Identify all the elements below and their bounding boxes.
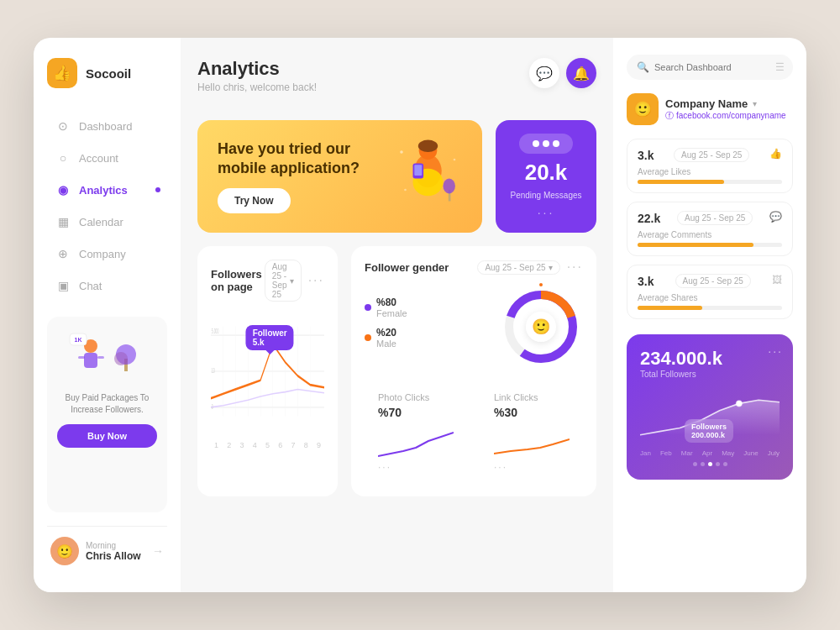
metric-shares-header: 3.k Aug 25 - Sep 25 🖼 xyxy=(638,274,782,288)
shares-date[interactable]: Aug 25 - Sep 25 xyxy=(675,274,751,288)
comments-date[interactable]: Aug 25 - Sep 25 xyxy=(677,211,753,225)
likes-label: Average Likes xyxy=(638,167,782,176)
link-more[interactable]: ··· xyxy=(494,461,570,473)
banner-illustration xyxy=(386,137,462,216)
dot-3[interactable] xyxy=(708,462,712,466)
donut-container: %80 Female %20 Male xyxy=(365,285,583,369)
gender-date-range[interactable]: Aug 25 - Sep 25 ▾ xyxy=(477,260,559,275)
chart-tooltip: Follower 5.k xyxy=(246,325,294,350)
male-dot xyxy=(365,334,371,341)
user-greeting: Morning xyxy=(86,541,145,550)
search-input[interactable] xyxy=(654,62,770,72)
svg-rect-14 xyxy=(414,165,422,176)
dot-1[interactable] xyxy=(693,462,697,466)
promo-banner: Have you tried our mobile application? T… xyxy=(197,120,482,233)
gender-chart-card: Follower gender Aug 25 - Sep 25 ▾ ··· xyxy=(351,246,596,496)
dot-4[interactable] xyxy=(716,462,720,466)
chat-dot-1 xyxy=(533,140,539,147)
main-header: Analytics Hello chris, welcome back! xyxy=(197,58,317,93)
dot-5[interactable] xyxy=(723,462,727,466)
sidebar-item-dashboard[interactable]: ⊙ Dashboard xyxy=(47,112,167,140)
chart-title: Followers on page xyxy=(211,268,265,293)
sidebar-item-calendar[interactable]: ▦ Calendar xyxy=(47,207,167,236)
metrics-list: 3.k Aug 25 - Sep 25 👍 Average Likes 22.k… xyxy=(627,139,793,328)
promo-text: Buy Paid Packages To Increase Followers. xyxy=(57,392,157,416)
photo-clicks-card: Photo Clicks %70 ··· xyxy=(365,382,467,483)
likes-icon: 👍 xyxy=(769,148,782,160)
comments-bar-fill xyxy=(638,243,753,247)
comments-label: Average Comments xyxy=(638,230,782,239)
followers-tooltip: Followers 200.000.k xyxy=(685,419,733,443)
svg-point-17 xyxy=(400,150,403,154)
followers-chart-wrap: Followers 200.000.k xyxy=(640,386,780,457)
pending-messages-card: 20.k Pending Messages ··· xyxy=(496,120,596,233)
chat-icon: ▣ xyxy=(55,278,71,293)
chat-dots xyxy=(519,134,573,154)
banner-row: Have you tried our mobile application? T… xyxy=(197,120,596,233)
followers-more[interactable]: ··· xyxy=(768,344,783,358)
buy-now-button[interactable]: Buy Now xyxy=(57,424,157,448)
promo-card: 1K Buy Paid Packages To Increase Followe… xyxy=(47,317,167,512)
notification-button[interactable]: 🔔 xyxy=(566,58,596,88)
facebook-icon: ⓕ xyxy=(665,110,674,122)
sidebar-item-company[interactable]: ⊕ Company xyxy=(47,239,167,268)
user-name: Chris Allow xyxy=(86,550,145,562)
metric-comments: 22.k Aug 25 - Sep 25 💬 Average Comments xyxy=(627,202,793,256)
sidebar-item-chat[interactable]: ▣ Chat xyxy=(47,271,167,300)
chart-more[interactable]: ··· xyxy=(308,273,324,288)
metric-likes: 3.k Aug 25 - Sep 25 👍 Average Likes xyxy=(627,139,793,193)
comments-value: 22.k xyxy=(638,212,660,225)
pending-label: Pending Messages xyxy=(510,191,581,200)
gender-header: Follower gender Aug 25 - Sep 25 ▾ ··· xyxy=(365,260,583,275)
photo-clicks-chart xyxy=(378,424,454,458)
pending-more: ··· xyxy=(538,206,555,219)
charts-row: Followers on page Aug 25 - Sep 25 ▾ ··· … xyxy=(197,246,596,496)
svg-text:5.000: 5.000 xyxy=(212,327,219,334)
user-info: Morning Chris Allow xyxy=(86,541,145,562)
photo-more[interactable]: ··· xyxy=(378,461,454,473)
chart-header: Followers on page Aug 25 - Sep 25 ▾ ··· xyxy=(211,260,324,302)
likes-date[interactable]: Aug 25 - Sep 25 xyxy=(674,148,749,162)
chat-dot-2 xyxy=(543,140,549,147)
metric-shares: 3.k Aug 25 - Sep 25 🖼 Average Shares xyxy=(627,265,793,319)
message-button[interactable]: 💬 xyxy=(529,58,559,88)
account-icon: ○ xyxy=(55,150,71,165)
chart-date-range[interactable]: Aug 25 - Sep 25 ▾ xyxy=(265,260,302,302)
sidebar-label-analytics: Analytics xyxy=(79,184,128,197)
link-clicks-label: Link Clicks xyxy=(494,392,570,402)
app-name: Socooil xyxy=(86,66,131,81)
promo-illustration: 1K xyxy=(57,327,157,386)
dot-2[interactable] xyxy=(701,462,705,466)
svg-rect-3 xyxy=(97,356,104,359)
svg-text:1K: 1K xyxy=(74,337,81,343)
followers-chart-card: Followers on page Aug 25 - Sep 25 ▾ ··· … xyxy=(197,246,338,496)
photo-clicks-label: Photo Clicks xyxy=(378,392,454,402)
likes-bar-bg xyxy=(638,180,782,184)
comments-bar-bg xyxy=(638,243,782,247)
sidebar-item-analytics[interactable]: ◉ Analytics xyxy=(47,176,167,204)
banner-headline: Have you tried our mobile application? xyxy=(218,139,386,179)
shares-bar-bg xyxy=(638,306,782,310)
company-dropdown[interactable]: ▾ xyxy=(753,99,757,108)
donut-chart: 🙂 xyxy=(499,285,583,369)
calendar-icon: ▦ xyxy=(55,214,71,229)
search-icon: 🔍 xyxy=(637,61,649,73)
dashboard-icon: ⊙ xyxy=(55,118,71,134)
photo-clicks-value: %70 xyxy=(378,406,454,419)
logout-icon[interactable]: → xyxy=(152,544,164,558)
svg-point-11 xyxy=(418,140,438,152)
svg-text:10: 10 xyxy=(212,366,215,374)
logo-area: 👍 Socooil xyxy=(47,58,167,88)
banner-text: Have you tried our mobile application? T… xyxy=(218,139,386,214)
svg-rect-1 xyxy=(84,353,97,368)
sidebar-item-account[interactable]: ○ Account xyxy=(47,144,167,172)
gender-more[interactable]: ··· xyxy=(567,260,583,275)
active-dot xyxy=(155,187,160,192)
try-now-button[interactable]: Try Now xyxy=(218,188,291,213)
company-url: facebook.com/companyname xyxy=(676,111,786,120)
svg-point-40 xyxy=(737,401,743,407)
metric-comments-header: 22.k Aug 25 - Sep 25 💬 xyxy=(638,211,782,225)
comments-icon: 💬 xyxy=(769,211,782,223)
filter-icon[interactable]: ☰ xyxy=(775,61,785,73)
svg-point-6 xyxy=(114,352,128,365)
